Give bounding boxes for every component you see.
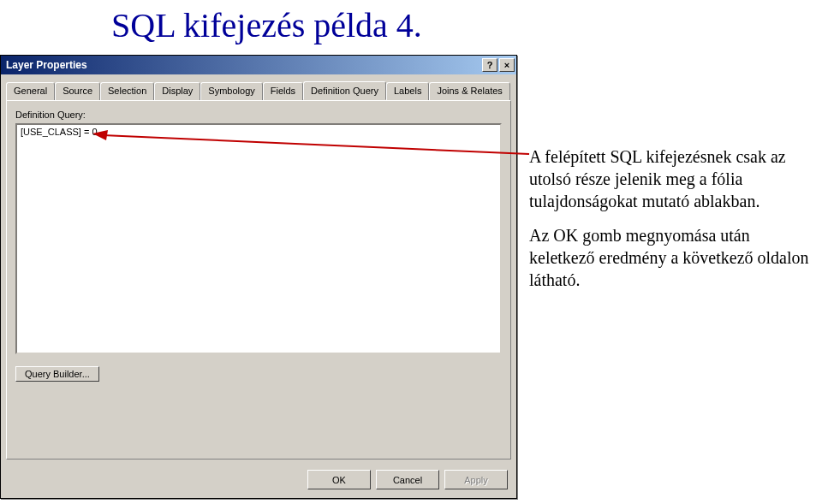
apply-button[interactable]: Apply	[444, 470, 508, 489]
slide-title: SQL kifejezés példa 4.	[111, 5, 422, 45]
tab-joins-relates[interactable]: Joins & Relates	[429, 82, 509, 101]
tab-selection[interactable]: Selection	[100, 82, 154, 101]
tab-general[interactable]: General	[6, 82, 55, 101]
tab-fields[interactable]: Fields	[263, 82, 303, 101]
definition-query-input[interactable]	[15, 123, 502, 354]
tab-panel: Definition Query: Query Builder...	[6, 100, 511, 460]
annotation-text: A felépített SQL kifejezésnek csak az ut…	[529, 145, 812, 303]
tab-labels[interactable]: Labels	[386, 82, 429, 101]
annotation-p2: Az OK gomb megnyomása után keletkező ere…	[529, 224, 812, 291]
help-button[interactable]: ?	[482, 58, 497, 72]
tab-definition-query[interactable]: Definition Query	[303, 81, 386, 100]
annotation-p1: A felépített SQL kifejezésnek csak az ut…	[529, 145, 812, 212]
layer-properties-dialog: Layer Properties ? × General Source Sele…	[0, 55, 517, 499]
titlebar-text: Layer Properties	[6, 59, 480, 71]
tab-display[interactable]: Display	[154, 82, 200, 101]
ok-button[interactable]: OK	[307, 470, 371, 489]
tab-source[interactable]: Source	[55, 82, 100, 101]
query-builder-button[interactable]: Query Builder...	[15, 366, 99, 382]
cancel-button[interactable]: Cancel	[376, 470, 439, 489]
tab-symbology[interactable]: Symbology	[200, 82, 262, 101]
titlebar: Layer Properties ? ×	[1, 56, 516, 74]
defquery-label: Definition Query:	[15, 110, 502, 120]
dialog-button-row: OK Cancel Apply	[1, 465, 516, 498]
tabs-row: General Source Selection Display Symbolo…	[1, 74, 516, 100]
close-button[interactable]: ×	[499, 58, 515, 72]
